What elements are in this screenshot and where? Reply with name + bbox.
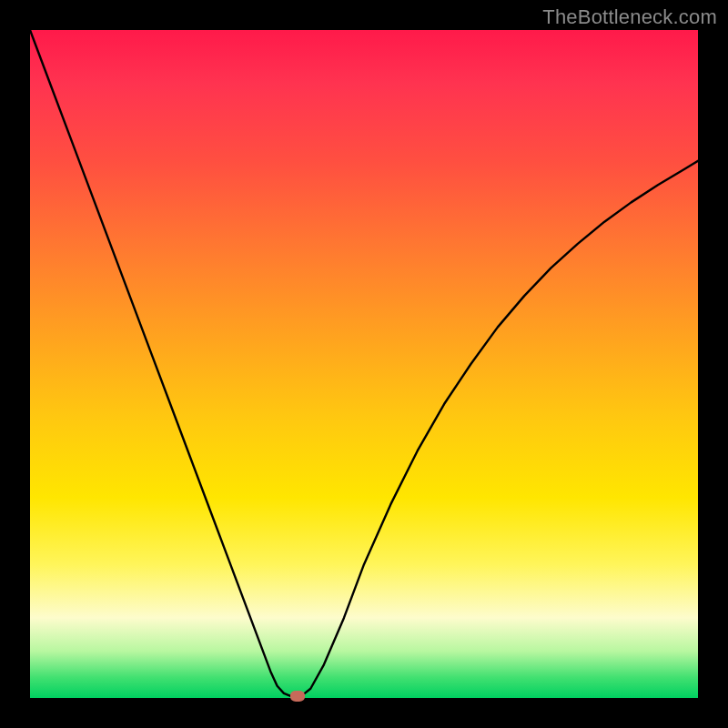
optimum-marker xyxy=(290,691,305,702)
watermark-text: TheBottleneck.com xyxy=(542,5,717,29)
chart-background-gradient xyxy=(30,30,698,698)
chart-frame xyxy=(30,30,698,698)
